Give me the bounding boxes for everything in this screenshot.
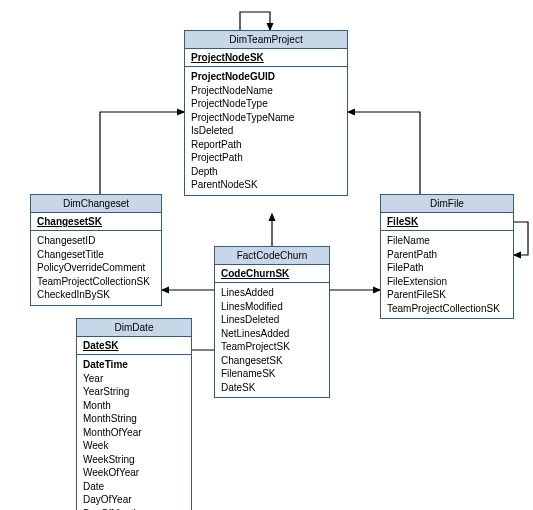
entity-title: DimDate: [77, 319, 191, 337]
entity-field: TeamProjectSK: [221, 340, 323, 354]
entity-title: DimChangeset: [31, 195, 161, 213]
entity-pk: CodeChurnSK: [215, 265, 329, 283]
entity-field: Week: [83, 439, 185, 453]
entity-field: ReportPath: [191, 138, 341, 152]
entity-dim-file: DimFile FileSK FileNameParentPathFilePat…: [380, 194, 514, 319]
entity-dim-date: DimDate DateSK DateTimeYearYearStringMon…: [76, 318, 192, 510]
entity-fact-code-churn: FactCodeChurn CodeChurnSK LinesAddedLine…: [214, 246, 330, 398]
entity-field: LinesAdded: [221, 286, 323, 300]
entity-field: Date: [83, 480, 185, 494]
entity-field: FilePath: [387, 261, 507, 275]
entity-dim-team-project: DimTeamProject ProjectNodeSK ProjectNode…: [184, 30, 348, 196]
entity-field: ProjectNodeType: [191, 97, 341, 111]
entity-field: LinesDeleted: [221, 313, 323, 327]
entity-field: MonthString: [83, 412, 185, 426]
entity-field: Year: [83, 372, 185, 386]
entity-field: YearString: [83, 385, 185, 399]
entity-pk: ProjectNodeSK: [185, 49, 347, 67]
entity-field: DateTime: [83, 358, 185, 372]
entity-field: ChangesetTitle: [37, 248, 155, 262]
entity-fields: FileNameParentPathFilePathFileExtensionP…: [381, 231, 513, 318]
entity-field: ParentFileSK: [387, 288, 507, 302]
entity-field: ProjectNodeTypeName: [191, 111, 341, 125]
entity-field: DayOfMonth: [83, 507, 185, 511]
entity-field: ChangesetID: [37, 234, 155, 248]
entity-field: TeamProjectCollectionSK: [37, 275, 155, 289]
entity-dim-changeset: DimChangeset ChangesetSK ChangesetIDChan…: [30, 194, 162, 306]
entity-field: FileName: [387, 234, 507, 248]
entity-field: ChangesetSK: [221, 354, 323, 368]
entity-fields: ProjectNodeGUIDProjectNodeNameProjectNod…: [185, 67, 347, 195]
entity-field: DateSK: [221, 381, 323, 395]
entity-pk: DateSK: [77, 337, 191, 355]
entity-fields: ChangesetIDChangesetTitlePolicyOverrideC…: [31, 231, 161, 305]
entity-field: CheckedInBySK: [37, 288, 155, 302]
entity-field: ProjectNodeGUID: [191, 70, 341, 84]
entity-title: DimFile: [381, 195, 513, 213]
entity-field: LinesModified: [221, 300, 323, 314]
entity-field: DayOfYear: [83, 493, 185, 507]
entity-fields: LinesAddedLinesModifiedLinesDeletedNetLi…: [215, 283, 329, 397]
entity-title: DimTeamProject: [185, 31, 347, 49]
entity-field: NetLinesAdded: [221, 327, 323, 341]
entity-field: FilenameSK: [221, 367, 323, 381]
entity-field: ProjectNodeName: [191, 84, 341, 98]
entity-field: IsDeleted: [191, 124, 341, 138]
entity-pk: ChangesetSK: [31, 213, 161, 231]
entity-field: FileExtension: [387, 275, 507, 289]
entity-field: Depth: [191, 165, 341, 179]
entity-field: ParentNodeSK: [191, 178, 341, 192]
entity-field: PolicyOverrideComment: [37, 261, 155, 275]
entity-fields: DateTimeYearYearStringMonthMonthStringMo…: [77, 355, 191, 510]
entity-field: WeekString: [83, 453, 185, 467]
entity-field: WeekOfYear: [83, 466, 185, 480]
entity-field: ParentPath: [387, 248, 507, 262]
entity-field: MonthOfYear: [83, 426, 185, 440]
entity-pk: FileSK: [381, 213, 513, 231]
entity-field: ProjectPath: [191, 151, 341, 165]
entity-field: Month: [83, 399, 185, 413]
entity-field: TeamProjectCollectionSK: [387, 302, 507, 316]
entity-title: FactCodeChurn: [215, 247, 329, 265]
